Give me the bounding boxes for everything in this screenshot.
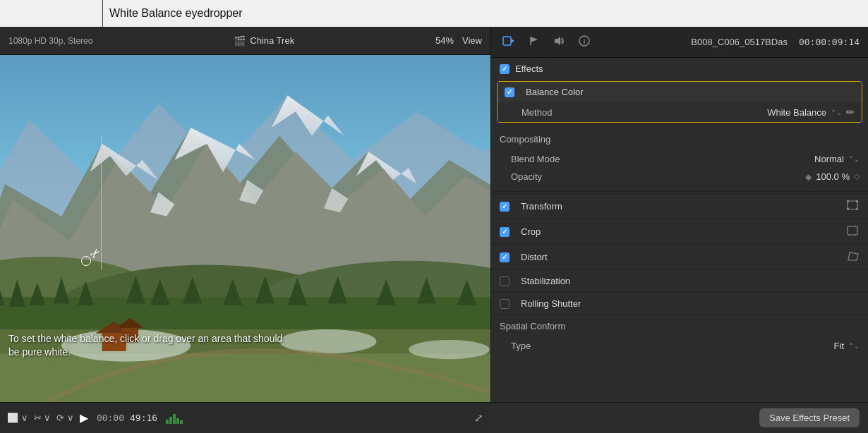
compositing-title: Compositing xyxy=(500,134,550,145)
inspector-header: i B008_C006_0517BDas 00:00:09:14 xyxy=(491,27,868,58)
effects-title: Effects xyxy=(515,63,543,74)
balance-color-section: ✓ Balance Color Method White Balance ⌃⌄ … xyxy=(497,81,862,123)
distort-title: Distort xyxy=(521,252,548,262)
opacity-value: 100.0 % xyxy=(816,171,850,182)
transform-left: ✓ Transform xyxy=(500,201,562,212)
compositing-section: Compositing Blend Mode Normal ⌃⌄ Opacity… xyxy=(491,124,868,190)
spatial-stepper[interactable]: ⌃⌄ xyxy=(848,342,860,350)
svg-point-36 xyxy=(409,340,489,359)
save-effects-preset-button[interactable]: Save Effects Preset xyxy=(759,408,860,427)
opacity-diamond[interactable]: ◇ xyxy=(854,172,860,181)
video-top-bar: 1080p HD 30p, Stereo 🎬 China Trek 54% Vi… xyxy=(0,27,490,55)
trim-tool-btn[interactable]: ✂ ∨ xyxy=(34,413,52,423)
video-title: China Trek xyxy=(250,35,294,46)
transform-row: ✓ Transform xyxy=(491,193,868,219)
spatial-type-row: Type Fit ⌃⌄ xyxy=(491,337,868,355)
audio-bar-4 xyxy=(176,418,179,424)
method-value-area: White Balance ⌃⌄ ✏ xyxy=(767,106,855,118)
play-button[interactable]: ▶ xyxy=(80,411,88,425)
effects-checkbox[interactable]: ✓ xyxy=(500,64,510,74)
transform-icon xyxy=(847,200,860,213)
distort-icon xyxy=(847,250,860,264)
annotation-text: White Balance eyedropper xyxy=(109,7,243,20)
clip-time: 00:00:09:14 xyxy=(799,37,860,47)
crop-checkbox[interactable]: ✓ xyxy=(500,227,510,237)
crop-tool-btn[interactable]: ⬜ ∨ xyxy=(7,413,28,423)
clip-name: B008_C006_0517BDas xyxy=(691,37,788,47)
svg-marker-45 xyxy=(555,37,560,45)
video-controls: ⬜ ∨ ✂ ∨ ⟳ ∨ ▶ 00:00 49:16 ⤢ xyxy=(0,402,490,433)
distort-left: ✓ Distort xyxy=(500,252,548,262)
svg-rect-50 xyxy=(856,200,858,202)
inspector-content: ✓ Effects ✓ Balance Color Method White B… xyxy=(491,58,868,433)
view-control[interactable]: View xyxy=(462,35,482,46)
video-viewport[interactable]: ✂ To set the white balance, click or dra… xyxy=(0,55,490,402)
crop-icon xyxy=(847,225,860,238)
annotation-line xyxy=(102,0,103,27)
video-panel: 1080p HD 30p, Stereo 🎬 China Trek 54% Vi… xyxy=(0,27,490,433)
svg-rect-48 xyxy=(848,201,857,209)
svg-marker-43 xyxy=(531,37,538,42)
stepper-icon[interactable]: ⌃⌄ xyxy=(831,109,842,116)
divider-1 xyxy=(491,191,868,192)
transform-check: ✓ xyxy=(502,202,507,210)
crop-left: ✓ Crop xyxy=(500,226,541,237)
method-label: Method xyxy=(522,107,552,118)
inspector-footer: Save Effects Preset xyxy=(490,402,868,433)
clapper-icon: 🎬 xyxy=(234,35,246,47)
compositing-header: Compositing xyxy=(491,128,868,150)
spatial-type-label: Type xyxy=(511,341,531,351)
rolling-shutter-checkbox[interactable] xyxy=(500,299,510,309)
wb-instruction: To set the white balance, click or drag … xyxy=(8,332,291,360)
balance-color-checkbox[interactable]: ✓ xyxy=(505,87,514,97)
distort-checkbox[interactable]: ✓ xyxy=(500,252,510,262)
opacity-icon: ◆ xyxy=(805,172,812,182)
blend-mode-text: Normal xyxy=(814,154,844,164)
distort-row: ✓ Distort xyxy=(491,244,868,269)
spatial-header: Spatial Conform xyxy=(491,315,868,337)
speed-tool-btn[interactable]: ⟳ ∨ xyxy=(56,413,74,423)
svg-rect-52 xyxy=(856,208,858,210)
opacity-row: Opacity ◆ 100.0 % ◇ xyxy=(491,168,868,185)
audio-bar-2 xyxy=(169,417,172,424)
tab-flag[interactable] xyxy=(526,34,542,51)
crop-check: ✓ xyxy=(502,228,507,236)
tab-audio[interactable] xyxy=(550,34,567,51)
transform-checkbox[interactable]: ✓ xyxy=(500,202,510,212)
timecode-zero: 00:00 xyxy=(97,413,124,423)
audio-bar-1 xyxy=(166,420,169,424)
tab-video[interactable] xyxy=(500,34,518,51)
timecode-position: 49:16 xyxy=(130,413,157,423)
rolling-shutter-row: Rolling Shutter xyxy=(491,292,868,315)
balance-color-title: Balance Color xyxy=(526,87,584,97)
zoom-level[interactable]: 54% xyxy=(435,35,454,46)
blend-mode-label: Blend Mode xyxy=(511,154,560,164)
stabilization-checkbox[interactable] xyxy=(500,276,510,286)
svg-marker-58 xyxy=(848,252,858,260)
svg-marker-42 xyxy=(511,39,514,43)
distort-check: ✓ xyxy=(502,253,507,261)
svg-rect-53 xyxy=(848,226,857,235)
blend-mode-value: Normal ⌃⌄ xyxy=(814,154,860,164)
cursor-line xyxy=(101,136,102,270)
fullscreen-button[interactable]: ⤢ xyxy=(474,412,483,425)
balance-color-header: ✓ Balance Color xyxy=(498,82,862,102)
tab-info[interactable]: i xyxy=(576,34,593,51)
spatial-conform-section: Spatial Conform Type Fit ⌃⌄ xyxy=(491,315,868,355)
svg-rect-33 xyxy=(0,353,490,402)
blend-stepper[interactable]: ⌃⌄ xyxy=(848,155,860,163)
clip-info: B008_C006_0517BDas 00:00:09:14 xyxy=(691,37,860,47)
zoom-controls: 54% View xyxy=(435,35,482,46)
transform-title: Transform xyxy=(521,201,562,212)
svg-rect-51 xyxy=(847,208,849,210)
checkmark-icon: ✓ xyxy=(502,65,507,73)
method-row: Method White Balance ⌃⌄ ✏ xyxy=(498,102,862,122)
spatial-type-value: Fit ⌃⌄ xyxy=(834,341,860,351)
eyedropper-button[interactable]: ✏ xyxy=(846,106,855,118)
video-title-area: 🎬 China Trek xyxy=(234,35,294,47)
inspector-panel: i B008_C006_0517BDas 00:00:09:14 ✓ Effec… xyxy=(490,27,868,433)
annotation-bar: White Balance eyedropper xyxy=(0,0,868,27)
spatial-title: Spatial Conform xyxy=(500,321,565,331)
opacity-label: Opacity xyxy=(511,171,542,182)
svg-text:i: i xyxy=(584,38,586,45)
